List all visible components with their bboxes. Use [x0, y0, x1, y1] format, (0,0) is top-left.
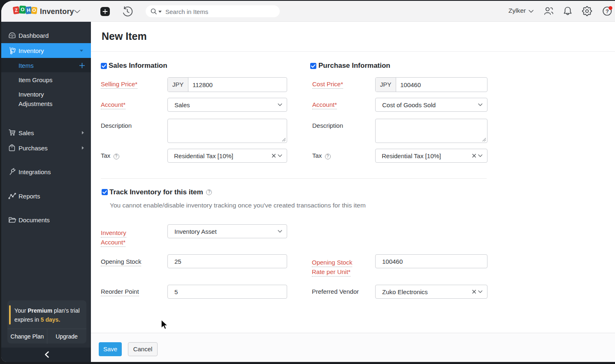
svg-text:?: ?: [606, 9, 609, 14]
